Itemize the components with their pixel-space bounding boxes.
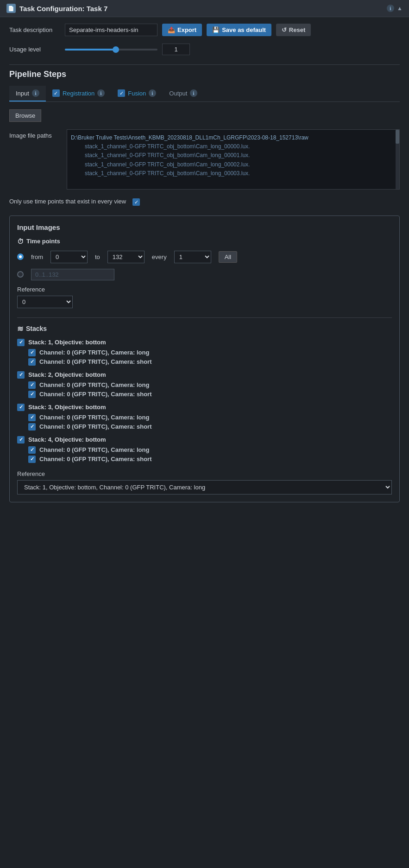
paths-textarea[interactable]: D:\Bruker Trulive Tests\Anseth_KBMB_2023… [67, 129, 400, 190]
stack-2-channel-2-checkbox[interactable]: ✓ [28, 391, 36, 398]
usage-level-label: Usage level [9, 46, 60, 53]
stack-2-channel-1-checkbox[interactable]: ✓ [28, 381, 36, 389]
path-line-4: stack_1_channel_0-GFP TRITC_obj_bottom\C… [71, 169, 396, 178]
every-label: every [152, 253, 167, 260]
from-select[interactable]: 0 [50, 251, 88, 263]
reference-bottom-select[interactable]: Stack: 1, Objective: bottom, Channel: 0 … [17, 480, 392, 494]
tab-registration[interactable]: ✓ Registration ℹ [46, 86, 111, 101]
tab-output-info-icon[interactable]: ℹ [190, 89, 197, 97]
stack-1-channel-1-label: Channel: 0 (GFP TRITC), Camera: long [39, 349, 149, 356]
stack-3-channel-2-row: ✓ Channel: 0 (GFP TRITC), Camera: short [17, 423, 392, 431]
scrollbar[interactable] [396, 130, 399, 189]
stack-1-channel-1-checkbox[interactable]: ✓ [28, 349, 36, 356]
tab-fusion[interactable]: ✓ Fusion ℹ [111, 86, 163, 101]
stack-3-channel-1-row: ✓ Channel: 0 (GFP TRITC), Camera: long [17, 414, 392, 421]
main-content: Task description 📤 Export 💾 Save as defa… [0, 17, 409, 513]
slider-thumb[interactable] [113, 46, 119, 53]
tab-output[interactable]: Output ℹ [163, 86, 204, 101]
stack-4-channel-1-label: Channel: 0 (GFP TRITC), Camera: long [39, 446, 149, 453]
image-paths-label: Image file paths [9, 129, 60, 139]
usage-level-value[interactable] [162, 44, 190, 55]
stack-2-channel-2-row: ✓ Channel: 0 (GFP TRITC), Camera: short [17, 391, 392, 398]
tab-registration-label: Registration [63, 90, 94, 97]
to-label: to [95, 253, 100, 260]
stack-3-row: ✓ Stack: 3, Objective: bottom [17, 404, 392, 411]
only-use-timepoints-label: Only use time points that exist in every… [9, 197, 126, 206]
stack-1-label: Stack: 1, Objective: bottom [28, 339, 106, 346]
stack-item-4: ✓ Stack: 4, Objective: bottom ✓ Channel:… [17, 436, 392, 463]
stack-1-channel-2-row: ✓ Channel: 0 (GFP TRITC), Camera: short [17, 358, 392, 366]
reset-button[interactable]: ↺ Reset [276, 24, 311, 36]
only-use-timepoints-checkbox[interactable]: ✓ [132, 198, 140, 206]
tab-input[interactable]: Input ℹ [9, 86, 46, 101]
stack-2-channel-1-row: ✓ Channel: 0 (GFP TRITC), Camera: long [17, 381, 392, 389]
path-line-1: stack_1_channel_0-GFP TRITC_obj_bottom\C… [71, 142, 396, 151]
collapse-icon[interactable]: ▲ [397, 5, 403, 12]
tab-registration-info-icon[interactable]: ℹ [97, 89, 105, 97]
all-button[interactable]: All [219, 251, 237, 263]
reference-section: Reference 0 [17, 286, 392, 308]
window-title: Task Configuration: Task 7 [19, 5, 107, 13]
title-bar-left: 📄 Task Configuration: Task 7 [6, 4, 107, 13]
task-description-input[interactable] [65, 24, 157, 36]
path-line-2: stack_1_channel_0-GFP TRITC_obj_bottom\C… [71, 151, 396, 160]
browse-container: Browse [9, 109, 400, 126]
task-description-label: Task description [9, 26, 60, 33]
stack-3-channel-1-checkbox[interactable]: ✓ [28, 414, 36, 421]
stack-2-row: ✓ Stack: 2, Objective: bottom [17, 371, 392, 379]
stack-3-channel-2-checkbox[interactable]: ✓ [28, 423, 36, 431]
save-icon: 💾 [212, 26, 220, 33]
time-points-text-row [17, 269, 392, 280]
pipeline-steps-title: Pipeline Steps [9, 70, 400, 79]
reference-select[interactable]: 0 [17, 296, 73, 308]
to-select[interactable]: 132 [107, 251, 145, 263]
save-label: Save as default [222, 26, 266, 33]
usage-level-slider[interactable] [65, 45, 157, 54]
stack-1-channel-1-row: ✓ Channel: 0 (GFP TRITC), Camera: long [17, 349, 392, 356]
stack-3-channel-2-label: Channel: 0 (GFP TRITC), Camera: short [39, 423, 151, 430]
title-info-icon[interactable]: ℹ [387, 5, 394, 12]
title-bar: 📄 Task Configuration: Task 7 ℹ ▲ [0, 0, 409, 17]
stack-3-checkbox[interactable]: ✓ [17, 404, 25, 411]
export-button[interactable]: 📤 Export [162, 24, 202, 36]
path-line-3: stack_1_channel_0-GFP TRITC_obj_bottom\C… [71, 160, 396, 169]
time-points-label: Time points [26, 238, 60, 245]
stacks-label: Stacks [26, 325, 47, 332]
stack-4-channel-1-checkbox[interactable]: ✓ [28, 446, 36, 454]
stack-4-checkbox[interactable]: ✓ [17, 436, 25, 444]
radio-range[interactable] [17, 253, 24, 260]
reset-label: Reset [289, 26, 305, 33]
clock-icon: ⏱ [17, 238, 24, 245]
stack-4-channel-2-label: Channel: 0 (GFP TRITC), Camera: short [39, 456, 151, 463]
stack-4-row: ✓ Stack: 4, Objective: bottom [17, 436, 392, 444]
export-icon: 📤 [168, 26, 175, 33]
stack-4-channel-2-row: ✓ Channel: 0 (GFP TRITC), Camera: short [17, 456, 392, 463]
title-bar-right: ℹ ▲ [387, 5, 403, 12]
input-images-title: Input Images [17, 223, 392, 231]
save-as-default-button[interactable]: 💾 Save as default [207, 24, 271, 36]
tab-fusion-check: ✓ [118, 89, 125, 97]
only-use-timepoints-row: Only use time points that exist in every… [9, 197, 400, 206]
export-label: Export [177, 26, 196, 33]
every-select[interactable]: 1 [174, 251, 211, 263]
range-text-input[interactable] [31, 269, 114, 280]
tab-input-info-icon[interactable]: ℹ [32, 89, 39, 97]
stack-1-channel-2-label: Channel: 0 (GFP TRITC), Camera: short [39, 358, 151, 365]
scrollbar-thumb[interactable] [396, 130, 399, 144]
stack-1-channel-2-checkbox[interactable]: ✓ [28, 358, 36, 366]
browse-button[interactable]: Browse [9, 109, 41, 122]
paths-content: D:\Bruker Trulive Tests\Anseth_KBMB_2023… [71, 133, 396, 178]
tab-fusion-info-icon[interactable]: ℹ [149, 89, 156, 97]
radio-text[interactable] [17, 271, 24, 278]
reference-label: Reference [17, 286, 392, 293]
stack-4-channel-2-checkbox[interactable]: ✓ [28, 456, 36, 463]
reference-bottom-label: Reference [17, 470, 392, 477]
stacks-header: ≋ Stacks [17, 324, 392, 333]
image-paths-box: D:\Bruker Trulive Tests\Anseth_KBMB_2023… [67, 129, 400, 190]
reset-icon: ↺ [282, 26, 287, 33]
stack-2-checkbox[interactable]: ✓ [17, 371, 25, 379]
usage-level-row: Usage level [9, 44, 400, 55]
input-images-box: Input Images ⏱ Time points from 0 to 132… [9, 215, 400, 502]
reference-bottom-section: Reference Stack: 1, Objective: bottom, C… [17, 470, 392, 494]
stack-1-checkbox[interactable]: ✓ [17, 339, 25, 346]
